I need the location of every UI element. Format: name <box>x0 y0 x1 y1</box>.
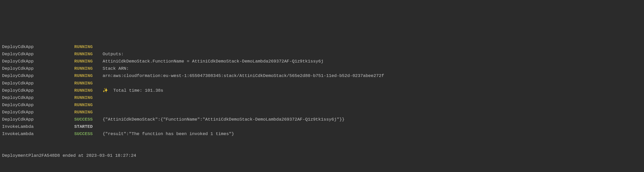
task-message: Outputs: <box>103 51 124 58</box>
log-line: InvokeLambdaSTARTED <box>2 123 642 130</box>
task-message: Stack ARN: <box>103 65 129 72</box>
log-line: DeployCdkAppRUNNING <box>2 43 642 51</box>
task-status: RUNNING <box>74 101 103 109</box>
task-status: RUNNING <box>74 51 103 58</box>
task-status: RUNNING <box>74 109 103 116</box>
log-line: DeployCdkAppRUNNINGOutputs: <box>2 51 642 58</box>
log-line: DeployCdkAppRUNNING <box>2 109 642 116</box>
task-status: RUNNING <box>74 58 103 65</box>
task-name: DeployCdkApp <box>2 43 74 51</box>
log-line: DeployCdkAppRUNNINGarn:aws:cloudformatio… <box>2 72 642 80</box>
task-status: RUNNING <box>74 65 103 72</box>
task-status: SUCCESS <box>74 116 103 123</box>
task-name: DeployCdkApp <box>2 72 74 80</box>
task-name: DeployCdkApp <box>2 109 74 116</box>
task-status: STARTED <box>74 123 103 130</box>
log-line: DeployCdkAppRUNNING <box>2 80 642 87</box>
task-name: InvokeLambda <box>2 130 74 138</box>
log-line: DeployCdkAppSUCCESS{"AttiniCdkDemoStack"… <box>2 116 642 123</box>
task-name: DeployCdkApp <box>2 65 74 72</box>
task-name: DeployCdkApp <box>2 87 74 94</box>
task-message: arn:aws:cloudformation:eu-west-1:6550473… <box>103 72 384 80</box>
task-status: RUNNING <box>74 43 103 51</box>
task-name: DeployCdkApp <box>2 101 74 109</box>
log-line: DeployCdkAppRUNNINGAttiniCdkDemoStack.Fu… <box>2 58 642 65</box>
footer-ended-at: DeploymentPlan2FA548D8 ended at 2023-03-… <box>2 152 642 159</box>
log-line: DeployCdkAppRUNNING <box>2 94 642 101</box>
task-status: RUNNING <box>74 87 103 94</box>
task-status: SUCCESS <box>74 130 103 138</box>
log-line: DeployCdkAppRUNNINGStack ARN: <box>2 65 642 72</box>
task-name: DeployCdkApp <box>2 51 74 58</box>
log-line: DeployCdkAppRUNNING✨ Total time: 101.38s <box>2 87 642 94</box>
task-message: {"result":"The function has been invoked… <box>103 130 234 138</box>
task-status: RUNNING <box>74 80 103 87</box>
log-line: DeployCdkAppRUNNING <box>2 101 642 109</box>
task-status: RUNNING <box>74 94 103 101</box>
task-message: {"AttiniCdkDemoStack":{"FunctionName":"A… <box>103 116 345 123</box>
task-name: DeployCdkApp <box>2 116 74 123</box>
log-line: InvokeLambdaSUCCESS{"result":"The functi… <box>2 130 642 138</box>
log-lines-container: DeployCdkAppRUNNINGDeployCdkAppRUNNINGOu… <box>2 43 642 138</box>
terminal-output: DeployCdkAppRUNNINGDeployCdkAppRUNNINGOu… <box>0 29 644 172</box>
task-name: DeployCdkApp <box>2 80 74 87</box>
task-name: DeployCdkApp <box>2 94 74 101</box>
task-status: RUNNING <box>74 72 103 80</box>
task-message: AttiniCdkDemoStack.FunctionName = Attini… <box>103 58 324 65</box>
task-message: ✨ Total time: 101.38s <box>103 87 163 94</box>
task-name: DeployCdkApp <box>2 58 74 65</box>
task-name: InvokeLambda <box>2 123 74 130</box>
